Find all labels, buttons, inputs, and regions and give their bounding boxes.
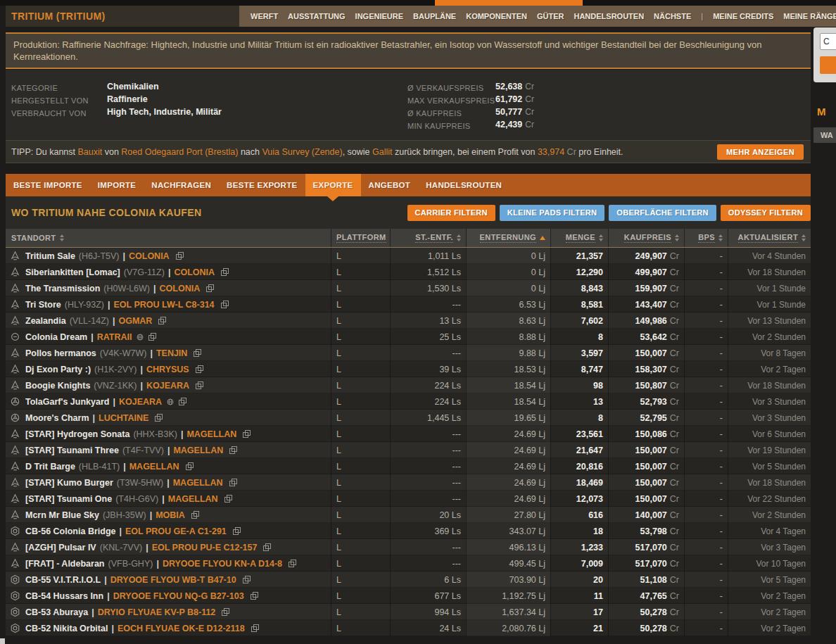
tab-angebot[interactable]: ANGEBOT [361, 174, 419, 196]
nav-item-handelsrouten[interactable]: HANDELSROUTEN [574, 12, 644, 20]
tab-exporte[interactable]: EXPORTE [305, 174, 361, 196]
tab-beste-exporte[interactable]: BESTE EXPORTE [219, 174, 305, 196]
station-name-link[interactable]: Boogie Knights [25, 381, 90, 391]
station-name-link[interactable]: Dj Exon Party :) [25, 365, 91, 374]
copy-system-icon[interactable] [229, 479, 237, 486]
system-name-link[interactable]: KOJEARA [146, 381, 189, 391]
nav-item-g-ter[interactable]: GÜTER [537, 12, 564, 20]
system-name-link[interactable]: DRYOOE FLYOU NQ-G B27-103 [113, 591, 244, 601]
tab-importe[interactable]: IMPORTE [90, 174, 144, 196]
filter-button-oberfl-che-filtern[interactable]: OBERFLÄCHE FILTERN [609, 205, 716, 221]
system-name-link[interactable]: MAGELLAN [129, 462, 179, 472]
station-name-link[interactable]: Tritium Sale [25, 251, 75, 261]
system-name-link[interactable]: DRYOOE FLYOU KN-A D14-8 [163, 559, 282, 569]
copy-system-icon[interactable] [196, 365, 203, 373]
copy-system-icon[interactable] [224, 495, 232, 503]
copy-system-icon[interactable] [176, 252, 184, 260]
sidebar-search-button[interactable] [820, 56, 836, 74]
col-header-plattform[interactable]: PLATTFORM [331, 229, 390, 247]
nav-item-meine-credits[interactable]: MEINE CREDITS [713, 12, 773, 20]
station-name-link[interactable]: Pollos hermanos [25, 348, 96, 358]
copy-system-icon[interactable] [251, 624, 259, 632]
station-name-link[interactable]: CB-56 Colonia Bridge [25, 526, 116, 536]
station-name-link[interactable]: CB-53 Aburaya [25, 607, 88, 617]
filter-button-odyssey-filtern[interactable]: ODYSSEY FILTERN [721, 205, 811, 221]
station-name-link[interactable]: TolaGarf's Junkyard [25, 397, 109, 407]
filter-button-carrier-filtern[interactable]: CARRIER FILTERN [407, 205, 495, 221]
copy-system-icon[interactable] [221, 301, 229, 308]
tip-link[interactable]: Bauxit [77, 147, 102, 157]
sidebar-tab-fragment[interactable]: WA [813, 127, 836, 143]
station-name-link[interactable]: Colonia Dream [25, 332, 87, 342]
nav-item-ausstattung[interactable]: AUSSTATTUNG [288, 12, 345, 20]
system-name-link[interactable]: MAGELLAN [173, 446, 223, 455]
station-name-link[interactable]: Moore's Charm [25, 413, 89, 423]
copy-system-icon[interactable] [289, 560, 296, 567]
nav-item-komponenten[interactable]: KOMPONENTEN [466, 12, 527, 20]
tip-link[interactable]: Roed Odegaard Port (Brestla) [121, 147, 238, 157]
nav-item-ingenieure[interactable]: INGENIEURE [355, 12, 403, 20]
station-name-link[interactable]: [STAR] Kumo Burger [25, 478, 113, 488]
col-header-menge[interactable]: MENGE [550, 229, 608, 247]
station-name-link[interactable]: [STAR] Tsunami One [25, 494, 112, 504]
tab-handelsrouten[interactable]: HANDELSROUTEN [418, 174, 509, 196]
copy-system-icon[interactable] [222, 608, 229, 616]
col-header-st-entf[interactable]: ST.-ENTF. [390, 229, 466, 247]
system-name-link[interactable]: MAGELLAN [186, 429, 236, 439]
system-name-link[interactable]: COLONIA [174, 267, 215, 277]
copy-system-icon[interactable] [191, 511, 199, 519]
station-name-link[interactable]: The Transmission [25, 284, 100, 293]
system-name-link[interactable]: EOL PROU PU-E C12-157 [152, 543, 258, 553]
system-name-link[interactable]: MAGELLAN [168, 494, 218, 504]
system-name-link[interactable]: MAGELLAN [173, 478, 223, 488]
system-name-link[interactable]: EOCH FLYUAE OK-E D12-2118 [118, 624, 245, 633]
nav-item-n-chste[interactable]: NÄCHSTE [654, 12, 691, 20]
system-name-link[interactable]: TENJIN [156, 348, 187, 358]
station-name-link[interactable]: [AZGH] Pulsar IV [25, 543, 96, 553]
scrollbar-corner[interactable] [0, 638, 5, 644]
station-name-link[interactable]: Mcrn Mr Blue Sky [25, 510, 99, 520]
tab-beste-importe[interactable]: BESTE IMPORTE [6, 174, 90, 196]
station-name-link[interactable]: CB-52 Nikita Orbital [25, 624, 108, 633]
copy-system-icon[interactable] [186, 462, 194, 470]
copy-system-icon[interactable] [221, 268, 229, 276]
system-name-link[interactable]: DRYOOE FLYOU WB-T B47-10 [110, 575, 236, 585]
station-name-link[interactable]: [FRAT] - Aldebaran [25, 559, 105, 569]
station-name-link[interactable]: Siberiankitten [Lomac] [25, 267, 120, 277]
nav-item-meine-r-nge[interactable]: MEINE RÄNGE [783, 12, 836, 20]
col-header-bps[interactable]: BPS [684, 229, 728, 247]
station-name-link[interactable]: CB-54 Hussars Inn [25, 591, 103, 601]
station-name-link[interactable]: D Trit Barge [25, 462, 75, 472]
col-header-aktualisiert[interactable]: AKTUALISIERT [728, 229, 811, 247]
copy-system-icon[interactable] [155, 414, 163, 422]
copy-system-icon[interactable] [233, 527, 241, 535]
tip-link[interactable]: Gallit [372, 147, 392, 157]
nav-item-baupl-ne[interactable]: BAUPLÄNE [413, 12, 456, 20]
system-name-link[interactable]: KOJEARA [119, 397, 162, 407]
system-name-link[interactable]: EOL PROU GE-A C1-291 [125, 526, 227, 536]
station-name-link[interactable]: CB-55 V.I.T.R.I.O.L [25, 575, 101, 585]
tab-nachfragen[interactable]: NACHFRAGEN [144, 174, 219, 196]
sidebar-search-input[interactable] [820, 33, 836, 50]
system-name-link[interactable]: MOBIA [156, 510, 185, 520]
system-name-link[interactable]: RATRAII [97, 332, 132, 342]
system-name-link[interactable]: LUCHTAINE [99, 413, 148, 423]
system-name-link[interactable]: DRYIO FLYUAE KV-P B8-112 [98, 607, 216, 617]
system-name-link[interactable]: EOL PROU LW-L C8-314 [114, 300, 215, 310]
system-name-link[interactable]: COLONIA [160, 284, 201, 293]
col-header-kaufpreis[interactable]: KAUFPREIS [608, 229, 684, 247]
system-name-link[interactable]: COLONIA [129, 251, 170, 261]
tip-link[interactable]: Vuia Survey (Zende) [262, 147, 342, 157]
station-name-link[interactable]: [STAR] Tsunami Three [25, 446, 119, 455]
copy-system-icon[interactable] [206, 284, 214, 292]
col-header-entfernung[interactable]: ENTFERNUNG [466, 229, 550, 247]
copy-system-icon[interactable] [243, 576, 251, 583]
filter-button-kleine-pads-filtern[interactable]: KLEINE PADS FILTERN [500, 205, 605, 221]
copy-system-icon[interactable] [229, 446, 237, 454]
copy-system-icon[interactable] [263, 543, 271, 551]
system-name-link[interactable]: CHRYSUS [146, 365, 189, 374]
copy-system-icon[interactable] [251, 592, 258, 600]
system-name-link[interactable]: OGMAR [118, 316, 152, 326]
station-name-link[interactable]: Tri Store [25, 300, 61, 310]
show-more-button[interactable]: MEHR ANZEIGEN [717, 144, 804, 160]
